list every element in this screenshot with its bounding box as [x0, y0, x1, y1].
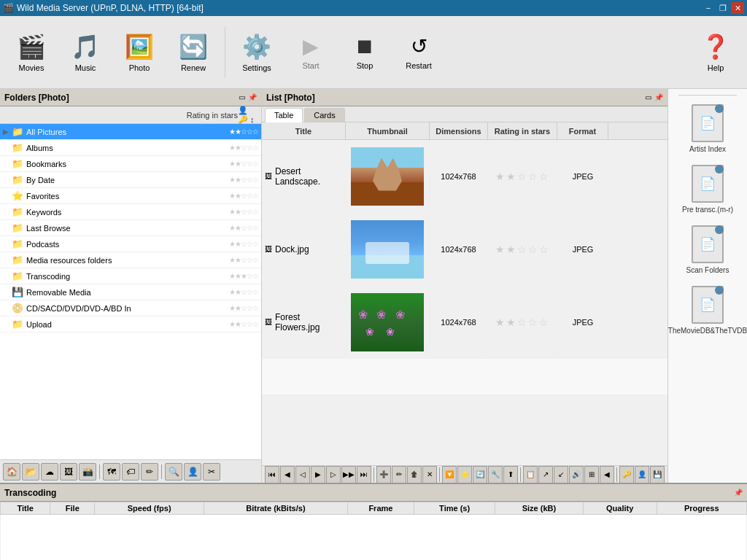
add-btn[interactable]: ➕ — [376, 466, 391, 483]
start-label: Start — [302, 61, 319, 70]
sort-icon[interactable]: ↕ — [250, 115, 255, 124]
edit-btn[interactable]: ✏ — [392, 466, 406, 483]
close-button[interactable]: ✕ — [731, 2, 744, 14]
list-restore-btn[interactable]: ▭ — [645, 93, 651, 101]
cloud-tool-btn[interactable]: ☁ — [41, 463, 58, 481]
folder-rating: ★★☆☆☆ — [229, 256, 258, 264]
toolbar-movies[interactable]: 🎬 Movies — [6, 20, 57, 85]
toolbar-start[interactable]: ▶ Start — [285, 20, 336, 85]
nav-prev-btn[interactable]: ◀ — [280, 466, 295, 483]
folder-item-upload[interactable]: 📁 Upload ★★☆☆☆ — [0, 316, 261, 332]
tools-btn[interactable]: 🔧 — [488, 466, 503, 483]
table-row[interactable]: 🖼 Dock.jpg 747x560 ★★☆☆☆ JPEG — [262, 213, 667, 286]
scissors-tool-btn[interactable]: ✂ — [203, 463, 220, 481]
titlebar-controls: − ❐ ✕ — [702, 2, 744, 14]
add-user-icon[interactable]: 👤 — [238, 106, 248, 114]
panel-pin-btn[interactable]: 📌 — [248, 93, 257, 101]
search-tool-btn[interactable]: 🔍 — [165, 463, 182, 481]
copy-btn[interactable]: 📋 — [523, 466, 538, 483]
nav-sep-4 — [616, 467, 617, 482]
restore-button[interactable]: ❐ — [716, 2, 729, 14]
photo-list-container: 🖼 Desert Landscape. 747x560 ★★☆☆☆ JPEG — [262, 140, 667, 465]
table-row[interactable]: 🖼 Forest Flowers.jpg 747x560 ★★☆☆☆ JPEG — [262, 286, 667, 359]
left-btn[interactable]: ◀ — [600, 466, 614, 483]
photo-list: 🖼 Desert Landscape. 747x560 ★★☆☆☆ JPEG — [262, 140, 667, 465]
grid-btn[interactable]: ⊞ — [584, 466, 599, 483]
toolbar-help[interactable]: ❓ Help — [690, 20, 741, 85]
folder-rating: ★★☆☆☆ — [229, 208, 258, 216]
folder-item-bookmarks[interactable]: 📁 Bookmarks ★★☆☆☆ — [0, 156, 261, 172]
nav-sep-3 — [520, 467, 521, 482]
folder-list: ▶ 📁 All Pictures ★★☆☆☆ 📁 Albums ★★☆☆☆ 📁 … — [0, 124, 261, 459]
minimize-button[interactable]: − — [702, 2, 715, 14]
toolbar-restart[interactable]: ↺ Restart — [393, 20, 444, 85]
folder-name: Albums — [26, 144, 229, 152]
folder-item-albums[interactable]: 📁 Albums ★★☆☆☆ — [0, 140, 261, 156]
folder-item-cd-sacd[interactable]: 📀 CD/SACD/DVD/DVD-A/BD In ★★☆☆☆ — [0, 300, 261, 316]
folder-item-podcasts[interactable]: 📁 Podcasts ★★☆☆☆ — [0, 236, 261, 252]
folder-name: Keywords — [26, 208, 229, 217]
folder-rating: ★★☆☆☆ — [229, 224, 258, 232]
nav-last-btn[interactable]: ⏭ — [357, 466, 371, 483]
nav-play-btn[interactable]: ▶ — [311, 466, 325, 483]
import-btn[interactable]: ↙ — [554, 466, 568, 483]
folder-item-all-pictures[interactable]: ▶ 📁 All Pictures ★★☆☆☆ — [0, 124, 261, 140]
save-btn[interactable]: 💾 — [650, 466, 665, 483]
sidebar-item-themoviedb[interactable]: 📄 TheMovieDB&TheTVDB — [671, 283, 744, 338]
toolbar-stop[interactable]: ⏹ Stop — [339, 20, 390, 85]
key-icon[interactable]: 🔑 — [238, 115, 248, 124]
toolbar-photo[interactable]: 🖼️ Photo — [114, 20, 165, 85]
nav-prev-page-btn[interactable]: ◁ — [295, 466, 310, 483]
toolbar-music[interactable]: 🎵 Music — [60, 20, 111, 85]
folder-item-removable[interactable]: 💾 Removable Media ★★☆☆☆ — [0, 284, 261, 300]
nav-next-btn[interactable]: ▶▶ — [341, 466, 356, 483]
photo-title: 🖼 Desert Landscape. — [262, 140, 346, 212]
titlebar-left: 🎬 Wild Media Server (UPnP, DLNA, HTTP) [… — [3, 3, 204, 13]
folder-item-keywords[interactable]: 📁 Keywords ★★☆☆☆ — [0, 204, 261, 220]
folder-item-last-browse[interactable]: 📁 Last Browse ★★☆☆☆ — [0, 220, 261, 236]
table-row-partial — [262, 359, 667, 395]
up-btn[interactable]: ⬆ — [503, 466, 518, 483]
user-tool-btn[interactable]: 👤 — [184, 463, 201, 481]
nav-first-btn[interactable]: ⏮ — [265, 466, 279, 483]
map-tool-btn[interactable]: 🗺 — [103, 463, 120, 481]
tag-tool-btn[interactable]: 🏷 — [122, 463, 139, 481]
toolbar-settings[interactable]: ⚙️ Settings — [231, 20, 282, 85]
stop-label: Stop — [357, 61, 374, 70]
folder-item-by-date[interactable]: 📁 By Date ★★☆☆☆ — [0, 172, 261, 188]
table-row[interactable]: 🖼 Desert Landscape. 747x560 ★★☆☆☆ JPEG — [262, 140, 667, 213]
export-btn[interactable]: ↗ — [538, 466, 553, 483]
list-pin-btn[interactable]: 📌 — [654, 93, 663, 101]
th-time: Time (s) — [414, 502, 495, 515]
key-btn[interactable]: 🔑 — [619, 466, 634, 483]
image-tool-btn[interactable]: 🖼 — [60, 463, 77, 481]
folder-name: Removable Media — [26, 288, 229, 297]
movies-icon: 🎬 — [17, 33, 46, 61]
edit-tool-btn[interactable]: ✏ — [141, 463, 158, 481]
cancel-btn[interactable]: ✕ — [422, 466, 437, 483]
star-btn[interactable]: ⭐ — [457, 466, 472, 483]
folder-item-transcoding[interactable]: 📁 Transcoding ★★★☆☆ — [0, 268, 261, 284]
sidebar-item-artist-index[interactable]: 📄 Artist Index — [671, 101, 744, 156]
open-tool-btn[interactable]: 📂 — [22, 463, 39, 481]
list-panel-title: List [Photo] — [266, 93, 315, 103]
delete-btn[interactable]: 🗑 — [407, 466, 422, 483]
folder-item-media-resources[interactable]: 📁 Media resources folders ★★☆☆☆ — [0, 252, 261, 268]
folder-name: By Date — [26, 176, 229, 184]
folder-name: All Pictures — [26, 128, 229, 136]
camera-tool-btn[interactable]: 📸 — [79, 463, 96, 481]
sidebar-item-pre-transc[interactable]: 📄 Pre transc.(m-r) — [671, 162, 744, 217]
sidebar-item-scan-folders[interactable]: 📄 Scan Folders — [671, 222, 744, 277]
transcoding-pin-btn[interactable]: 📌 — [734, 489, 743, 497]
folder-item-favorites[interactable]: ⭐ Favorites ★★☆☆☆ — [0, 188, 261, 204]
user2-btn[interactable]: 👤 — [635, 466, 649, 483]
refresh-btn[interactable]: 🔄 — [473, 466, 487, 483]
home-tool-btn[interactable]: 🏠 — [3, 463, 20, 481]
toolbar-renew[interactable]: 🔄 Renew — [168, 20, 219, 85]
filter-btn[interactable]: 🔽 — [442, 466, 457, 483]
nav-next-page-btn[interactable]: ▷ — [326, 466, 341, 483]
sound-btn[interactable]: 🔊 — [569, 466, 584, 483]
tab-cards[interactable]: Cards — [304, 108, 344, 122]
tab-table[interactable]: Table — [265, 108, 303, 122]
panel-restore-btn[interactable]: ▭ — [239, 93, 245, 101]
